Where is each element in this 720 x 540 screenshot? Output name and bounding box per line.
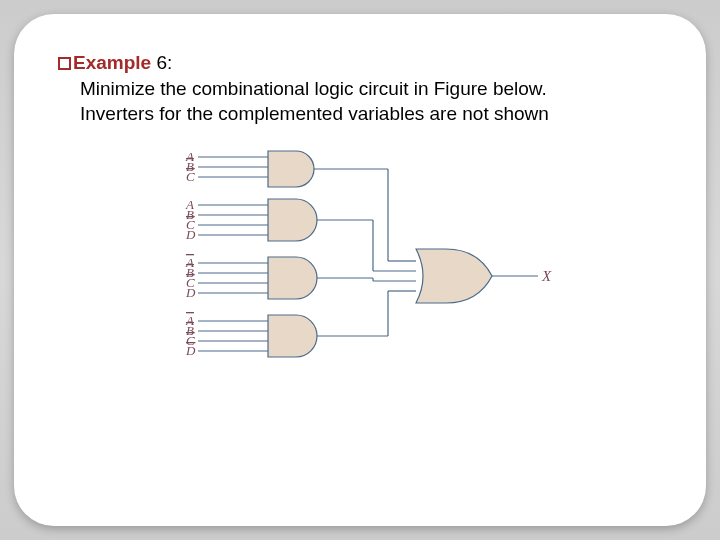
problem-statement: Minimize the combinational logic circuit…: [80, 76, 620, 127]
slide-card: Example 6: Minimize the combinational lo…: [14, 14, 706, 526]
example-label: Example: [73, 52, 151, 73]
bullet-square-icon: [58, 57, 71, 70]
heading-line: Example 6:: [58, 50, 662, 76]
example-number: 6:: [156, 52, 172, 73]
logic-circuit-diagram: A B C A B C D A B C D A B C D X: [178, 145, 558, 405]
g3-in-D: D: [185, 285, 196, 300]
g4-in-Dbar: D: [185, 343, 196, 358]
g2-in-D: D: [185, 227, 196, 242]
g1-in-Cbar: C: [186, 169, 195, 184]
output-label: X: [541, 268, 552, 284]
